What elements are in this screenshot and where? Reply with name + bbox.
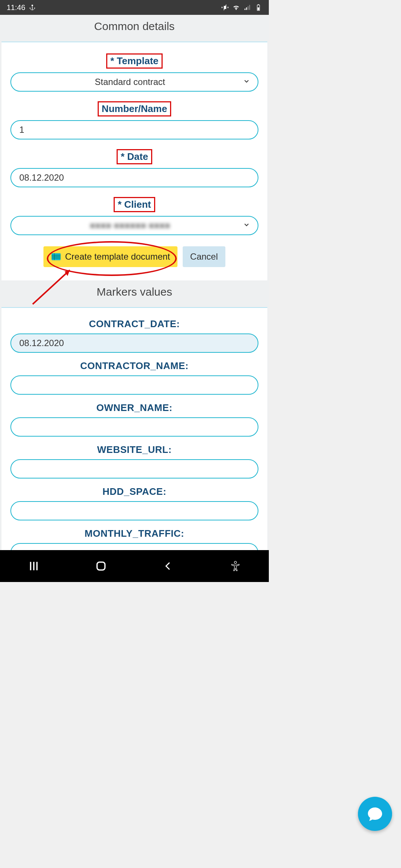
marker-owner-name: OWNER_NAME: <box>10 402 258 437</box>
marker-website-url: WEBSITE_URL: <box>10 444 258 479</box>
cell-signal-icon <box>244 4 251 11</box>
marker-monthly-traffic-label: MONTHLY_TRAFFIC: <box>10 528 258 539</box>
marker-contractor-name-input[interactable] <box>10 375 258 395</box>
markers-values-header: Markers values <box>0 280 269 307</box>
client-field-block: * Client ■■■■ ■■■■■■ ■■■■ <box>10 197 258 235</box>
number-input[interactable] <box>10 120 258 139</box>
client-selected-value: ■■■■ ■■■■■■ ■■■■ <box>90 220 170 230</box>
date-input[interactable] <box>10 168 258 187</box>
vibrate-icon <box>221 4 229 11</box>
marker-monthly-traffic-input[interactable] <box>10 543 258 550</box>
cancel-button-label: Cancel <box>190 251 218 262</box>
home-button[interactable] <box>90 555 112 577</box>
svg-rect-0 <box>245 9 246 10</box>
svg-point-18 <box>234 561 237 563</box>
wifi-icon <box>232 4 240 11</box>
cancel-button[interactable]: Cancel <box>183 246 225 267</box>
number-field-block: Number/Name <box>10 101 258 139</box>
date-field-block: * Date <box>10 149 258 187</box>
system-nav-bar <box>0 550 269 582</box>
template-field-block: * Template Standard contract <box>10 53 258 92</box>
template-selected-value: Standard contract <box>95 77 165 87</box>
document-icon <box>51 251 62 262</box>
create-template-button[interactable]: Create template document <box>43 246 177 267</box>
svg-rect-3 <box>249 5 250 10</box>
marker-hdd-space: HDD_SPACE: <box>10 486 258 520</box>
marker-contract-date: CONTRACT_DATE: <box>10 318 258 353</box>
marker-website-url-label: WEBSITE_URL: <box>10 444 258 456</box>
anchor-icon <box>29 4 36 11</box>
marker-owner-name-input[interactable] <box>10 417 258 437</box>
marker-hdd-space-label: HDD_SPACE: <box>10 486 258 497</box>
svg-rect-2 <box>248 6 249 10</box>
status-right <box>221 4 262 11</box>
svg-rect-6 <box>258 7 259 10</box>
markers-card: CONTRACT_DATE: CONTRACTOR_NAME: OWNER_NA… <box>1 307 267 550</box>
client-select[interactable]: ■■■■ ■■■■■■ ■■■■ <box>10 216 258 235</box>
marker-contract-date-label: CONTRACT_DATE: <box>10 318 258 330</box>
marker-contract-date-input[interactable] <box>10 333 258 353</box>
svg-marker-8 <box>65 270 70 276</box>
content-scroll[interactable]: Common details * Template Standard contr… <box>0 15 269 550</box>
common-details-card: * Template Standard contract Number/Name… <box>1 42 267 280</box>
status-left: 11:46 <box>7 3 36 12</box>
marker-monthly-traffic: MONTHLY_TRAFFIC: <box>10 528 258 550</box>
marker-hdd-space-input[interactable] <box>10 501 258 520</box>
create-button-label: Create template document <box>65 251 170 262</box>
svg-rect-1 <box>246 7 247 10</box>
template-select[interactable]: Standard contract <box>10 72 258 92</box>
svg-rect-5 <box>258 4 259 5</box>
marker-contractor-name-label: CONTRACTOR_NAME: <box>10 360 258 372</box>
common-details-header: Common details <box>0 15 269 42</box>
marker-contractor-name: CONTRACTOR_NAME: <box>10 360 258 395</box>
accessibility-button[interactable] <box>224 555 247 577</box>
status-bar: 11:46 <box>0 0 269 15</box>
template-label: * Template <box>106 53 163 69</box>
number-label: Number/Name <box>98 101 171 116</box>
marker-website-url-input[interactable] <box>10 459 258 479</box>
client-label: * Client <box>114 197 155 212</box>
svg-rect-17 <box>97 562 105 570</box>
recents-button[interactable] <box>23 555 45 577</box>
button-row: Create template document Cancel <box>10 246 258 267</box>
status-time: 11:46 <box>7 3 25 12</box>
marker-owner-name-label: OWNER_NAME: <box>10 402 258 414</box>
back-button[interactable] <box>157 555 179 577</box>
battery-icon <box>255 4 262 11</box>
date-label: * Date <box>117 149 152 164</box>
